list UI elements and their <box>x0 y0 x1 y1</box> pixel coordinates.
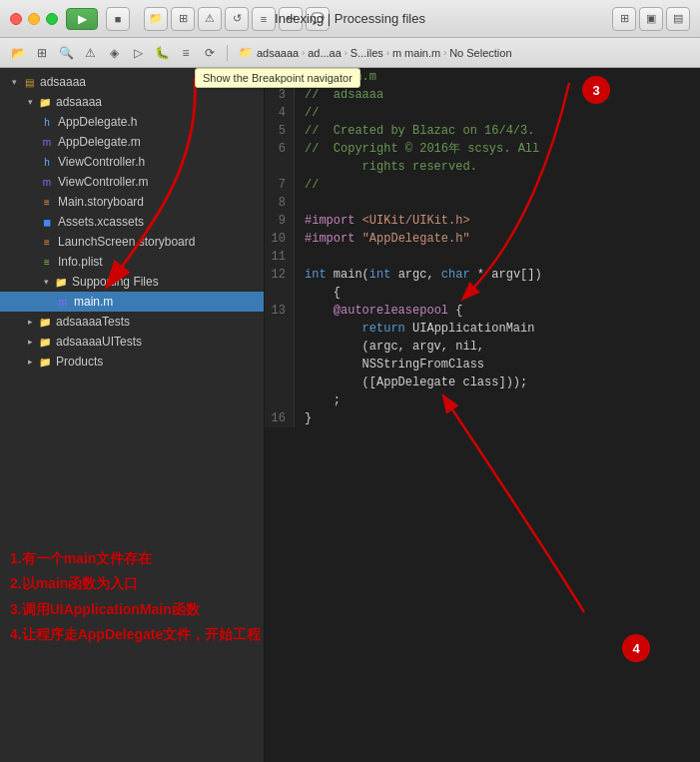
nav-debug-icon[interactable]: 🐛 <box>152 43 172 63</box>
chevron-icon-4: › <box>443 48 446 58</box>
main-area: ▾ ▤ adsaaaa ▾ 📁 adsaaaa h AppDelegate.h … <box>0 68 700 762</box>
nav-search-icon[interactable]: 🔍 <box>56 43 76 63</box>
code-content-7: // <box>295 176 319 194</box>
code-content-6: // Copyright © 2016年 scsys. All rights r… <box>295 140 539 176</box>
sidebar-file-launchscreen: LaunchScreen.storyboard <box>58 235 195 249</box>
code-area[interactable]: 2 // main.m 3 // adsaaaa 4 // 5 // Creat… <box>265 68 700 762</box>
code-line-7: 7 // <box>265 176 700 194</box>
code-content-13: @autoreleasepool { <box>295 302 462 320</box>
sidebar-item-appdelegate-m[interactable]: m AppDelegate.m <box>0 132 264 152</box>
code-line-semi: ; <box>265 391 700 409</box>
code-line-6: 6 // Copyright © 2016年 scsys. All rights… <box>265 140 700 176</box>
traffic-lights <box>10 13 58 25</box>
run-button[interactable]: ▶ <box>66 8 98 30</box>
undo-icon[interactable]: ↺ <box>225 7 249 31</box>
line-num-return <box>265 320 295 338</box>
nav-log-icon[interactable]: ≡ <box>176 43 196 63</box>
nav-source-icon[interactable]: ⟳ <box>200 43 220 63</box>
code-content-argc: (argc, argv, nil, <box>295 338 484 356</box>
nav-warning-icon[interactable]: ⚠ <box>80 43 100 63</box>
nav-test-icon[interactable]: ▷ <box>128 43 148 63</box>
sidebar-item-main-m[interactable]: m main.m <box>0 292 264 312</box>
code-line-return: return UIApplicationMain <box>265 320 700 338</box>
code-content-brace: { <box>295 284 341 302</box>
breadcrumb-item-2[interactable]: ad...aa <box>308 47 342 59</box>
minimize-button[interactable] <box>28 13 40 25</box>
sidebar-group-products: Products <box>56 355 103 369</box>
code-line-5: 5 // Created by Blazac on 16/4/3. <box>265 122 700 140</box>
sidebar-item-mainstoryboard[interactable]: ≡ Main.storyboard <box>0 192 264 212</box>
code-line-12: 12 int main(int argc, char * argv[]) <box>265 266 700 284</box>
nav-breakpoint-icon[interactable]: ◈ <box>104 43 124 63</box>
sidebar-item-launchscreen[interactable]: ≡ LaunchScreen.storyboard <box>0 232 264 252</box>
close-button[interactable] <box>10 13 22 25</box>
code-content-appdelegate: ([AppDelegate class])); <box>295 374 527 391</box>
breadcrumb-item-4[interactable]: m main.m <box>392 47 440 59</box>
file-m-icon-2: m <box>40 175 54 189</box>
sidebar-file-assets: Assets.xcassets <box>58 215 144 229</box>
code-line-3: 3 // adsaaaa <box>265 86 700 104</box>
no-selection-label: No Selection <box>449 47 511 59</box>
uitests-disclosure-icon[interactable]: ▸ <box>24 336 36 348</box>
folder-icon[interactable]: 📁 <box>144 7 168 31</box>
maximize-button[interactable] <box>46 13 58 25</box>
sidebar-item-tests[interactable]: ▸ 📁 adsaaaaTests <box>0 312 264 332</box>
chevron-icon-2: › <box>345 48 348 58</box>
code-line-nsstring: NSStringFromClass <box>265 356 700 374</box>
tests-disclosure-icon[interactable]: ▸ <box>24 316 36 328</box>
code-line-13: 13 @autoreleasepool { <box>265 302 700 320</box>
sidebar-item-appdelegate-h[interactable]: h AppDelegate.h <box>0 112 264 132</box>
sidebar-item-uitests[interactable]: ▸ 📁 adsaaaaUITests <box>0 332 264 352</box>
file-h-icon: h <box>40 115 54 129</box>
line-num-16: 16 <box>265 409 295 427</box>
disclosure-icon[interactable]: ▾ <box>8 76 20 88</box>
sidebar-item-viewcontroller-m[interactable]: m ViewController.m <box>0 172 264 192</box>
line-num-nsstring <box>265 356 295 374</box>
file-plist-icon: ≡ <box>40 255 54 269</box>
sidebar-item-supporting[interactable]: ▾ 📁 Supporting Files <box>0 272 264 292</box>
window-title: Indexing | Processing files <box>275 11 425 26</box>
breadcrumb-item-3[interactable]: S...iles <box>350 47 383 59</box>
line-num-6: 6 <box>265 140 295 176</box>
uitests-folder-icon: 📁 <box>38 335 52 349</box>
code-content-9: #import <UIKit/UIKit.h> <box>295 212 470 230</box>
layout-icon[interactable]: ⊞ <box>612 7 636 31</box>
line-num-4: 4 <box>265 104 295 122</box>
code-line-8: 8 <box>265 194 700 212</box>
line-num-appdelegate <box>265 374 295 391</box>
line-num-argc <box>265 338 295 356</box>
code-content-16: } <box>295 409 312 427</box>
nav-symbol-icon[interactable]: ⊞ <box>32 43 52 63</box>
stop-button[interactable]: ■ <box>106 7 130 31</box>
code-line-appdelegate: ([AppDelegate class])); <box>265 374 700 391</box>
sidebar-file-supporting: Supporting Files <box>72 275 159 289</box>
sidebar-file-viewcontroller-m: ViewController.m <box>58 175 148 189</box>
group-disclosure-icon[interactable]: ▾ <box>24 96 36 108</box>
warning-icon[interactable]: ⚠ <box>198 7 222 31</box>
sidebar-item-products[interactable]: ▸ 📁 Products <box>0 352 264 372</box>
sidebar-file-infoplist: Info.plist <box>58 255 103 269</box>
sidebar-file-main-m: main.m <box>74 295 113 309</box>
products-disclosure-icon[interactable]: ▸ <box>24 356 36 368</box>
supporting-disclosure-icon[interactable]: ▾ <box>40 276 52 288</box>
tests-folder-icon: 📁 <box>38 315 52 329</box>
annotation-line-4: 4.让程序走AppDelegate文件，开始工程 <box>10 622 261 647</box>
sidebar-item-infoplist[interactable]: ≡ Info.plist <box>0 252 264 272</box>
code-line-11: 11 <box>265 248 700 266</box>
circle-label-3: 3 <box>582 76 610 104</box>
sidebar-item-viewcontroller-h[interactable]: h ViewController.h <box>0 152 264 172</box>
sidebar-item-group[interactable]: ▾ 📁 adsaaaa <box>0 92 264 112</box>
navbar: 📂 ⊞ 🔍 ⚠ ◈ ▷ 🐛 ≡ ⟳ 📁 adsaaaa › ad...aa › … <box>0 38 700 68</box>
sidebar-group-tests: adsaaaaTests <box>56 315 130 329</box>
utilities-icon[interactable]: ▤ <box>666 7 690 31</box>
sidebar-item-assets[interactable]: ◼ Assets.xcassets <box>0 212 264 232</box>
list-icon[interactable]: ≡ <box>252 7 276 31</box>
circle-label-4: 4 <box>622 634 650 662</box>
add-icon[interactable]: ⊞ <box>171 7 195 31</box>
code-line-10: 10 #import "AppDelegate.h" <box>265 230 700 248</box>
inspector-icon[interactable]: ▣ <box>639 7 663 31</box>
file-m-icon-1: m <box>40 135 54 149</box>
breadcrumb-item-1[interactable]: 📁 adsaaaa <box>239 46 299 59</box>
code-content-4: // <box>295 104 319 122</box>
nav-folder-icon[interactable]: 📂 <box>8 43 28 63</box>
